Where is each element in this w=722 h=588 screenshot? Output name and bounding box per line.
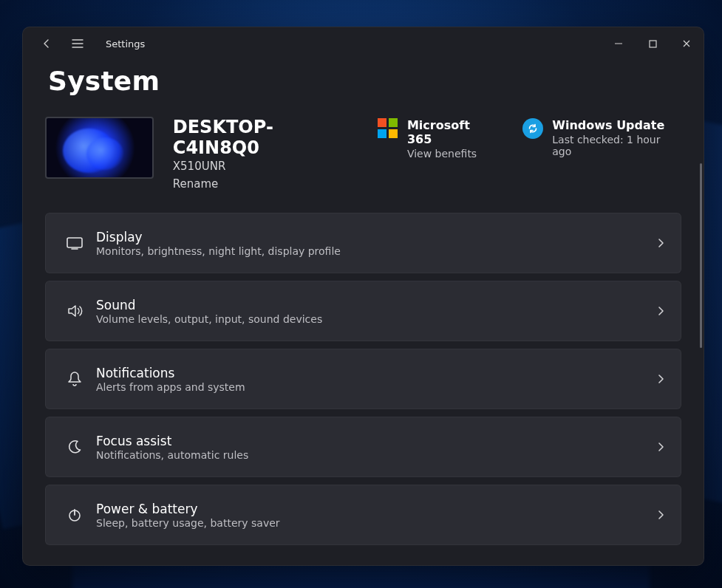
- minimize-button[interactable]: [602, 32, 636, 55]
- rename-link[interactable]: Rename: [173, 177, 219, 191]
- tile-display[interactable]: Display Monitors, brightness, night ligh…: [45, 213, 681, 273]
- sound-icon: [59, 303, 90, 319]
- microsoft-365-icon: [378, 118, 398, 139]
- window-controls: [602, 32, 704, 55]
- svg-rect-1: [67, 238, 82, 247]
- tile-notifications[interactable]: Notifications Alerts from apps and syste…: [45, 349, 681, 409]
- tile-power-battery[interactable]: Power & battery Sleep, battery usage, ba…: [45, 485, 681, 545]
- settings-list: Display Monitors, brightness, night ligh…: [45, 213, 681, 545]
- tile-title: Sound: [96, 298, 657, 312]
- close-button[interactable]: [670, 32, 704, 55]
- arrow-left-icon: [41, 38, 52, 49]
- moon-icon: [59, 439, 90, 455]
- m365-title: Microsoft 365: [407, 118, 497, 146]
- tile-subtitle: Monitors, brightness, night light, displ…: [96, 245, 657, 257]
- update-title: Windows Update: [552, 118, 681, 132]
- scrollbar-thumb[interactable]: [700, 163, 702, 348]
- chevron-right-icon: [657, 238, 664, 248]
- maximize-button[interactable]: [636, 32, 670, 55]
- menu-button[interactable]: [69, 35, 86, 52]
- tile-subtitle: Alerts from apps and system: [96, 381, 657, 393]
- display-icon: [59, 236, 90, 250]
- back-button[interactable]: [38, 35, 55, 52]
- page-title: System: [48, 66, 681, 96]
- chevron-right-icon: [657, 510, 664, 520]
- chevron-right-icon: [657, 306, 664, 316]
- microsoft-365-status[interactable]: Microsoft 365 View benefits: [378, 118, 497, 160]
- power-icon: [59, 507, 90, 523]
- device-thumbnail[interactable]: [45, 117, 154, 179]
- tile-subtitle: Volume levels, output, input, sound devi…: [96, 313, 657, 325]
- tile-title: Display: [96, 230, 657, 245]
- chevron-right-icon: [657, 374, 664, 384]
- bell-icon: [59, 370, 90, 388]
- m365-subtitle: View benefits: [407, 148, 497, 160]
- titlebar: Settings: [23, 27, 704, 60]
- device-model: X510UNR: [173, 160, 358, 173]
- device-name: DESKTOP-C4IN8Q0: [173, 117, 358, 158]
- device-header: DESKTOP-C4IN8Q0 X510UNR Rename Microsoft…: [45, 117, 681, 191]
- tile-title: Notifications: [96, 366, 657, 380]
- windows-update-icon: [522, 118, 543, 139]
- tile-sound[interactable]: Sound Volume levels, output, input, soun…: [45, 281, 681, 341]
- update-subtitle: Last checked: 1 hour ago: [552, 134, 681, 157]
- maximize-icon: [649, 40, 657, 48]
- hamburger-icon: [72, 38, 84, 49]
- svg-rect-0: [650, 41, 656, 47]
- minimize-icon: [614, 39, 623, 48]
- settings-window: Settings System DESKTOP-C4IN8Q0 X510UNR …: [22, 27, 704, 566]
- content-area: System DESKTOP-C4IN8Q0 X510UNR Rename Mi…: [23, 60, 704, 565]
- tile-focus-assist[interactable]: Focus assist Notifications, automatic ru…: [45, 417, 681, 477]
- tile-title: Focus assist: [96, 434, 657, 448]
- tile-subtitle: Sleep, battery usage, battery saver: [96, 517, 657, 529]
- windows-update-status[interactable]: Windows Update Last checked: 1 hour ago: [522, 118, 681, 160]
- tile-subtitle: Notifications, automatic rules: [96, 449, 657, 461]
- window-title: Settings: [106, 38, 145, 49]
- close-icon: [682, 39, 691, 48]
- tile-title: Power & battery: [96, 502, 657, 516]
- chevron-right-icon: [657, 442, 664, 452]
